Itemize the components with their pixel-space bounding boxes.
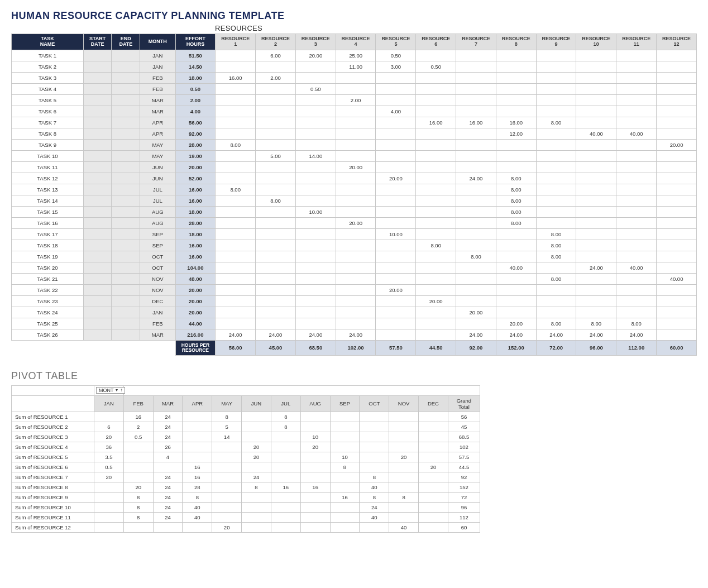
cell[interactable]: 0.50 (416, 61, 456, 72)
pivot-month-header[interactable]: AUG (300, 395, 330, 412)
cell[interactable] (496, 50, 536, 61)
cell[interactable] (456, 228, 496, 240)
cell[interactable] (576, 284, 616, 295)
pivot-cell[interactable]: 20 (94, 472, 123, 482)
pivot-cell[interactable] (94, 492, 123, 502)
cell[interactable] (336, 273, 376, 284)
cell[interactable]: TASK 25 (12, 318, 84, 329)
cell[interactable] (336, 206, 376, 217)
cell[interactable] (83, 318, 112, 329)
cell[interactable] (616, 273, 657, 284)
pivot-cell[interactable]: 24 (153, 492, 183, 502)
cell[interactable] (376, 83, 416, 94)
cell[interactable] (576, 117, 616, 128)
pivot-cell[interactable]: 40 (360, 512, 389, 522)
pivot-cell[interactable]: 8 (330, 462, 360, 472)
cell[interactable] (416, 184, 456, 195)
cell[interactable]: MAY (140, 150, 175, 161)
pivot-cell[interactable]: 40 (360, 482, 389, 492)
pivot-cell[interactable] (271, 502, 300, 512)
cell[interactable] (496, 284, 536, 295)
cell[interactable] (83, 161, 112, 173)
cell[interactable] (616, 217, 657, 228)
cell[interactable]: 8.00 (536, 251, 576, 262)
cell[interactable]: 24.00 (616, 329, 657, 340)
cell[interactable]: 3.00 (376, 61, 416, 72)
pivot-cell[interactable] (183, 422, 212, 432)
pivot-cell[interactable] (300, 452, 330, 462)
pivot-cell[interactable]: 0.5 (123, 432, 153, 442)
cell[interactable]: 0.50 (175, 83, 216, 94)
cell[interactable]: 8.00 (496, 217, 536, 228)
cell[interactable] (336, 106, 376, 117)
pivot-cell[interactable] (123, 522, 153, 532)
cell[interactable] (112, 307, 140, 318)
cell[interactable]: 6.00 (256, 50, 296, 61)
cell[interactable] (336, 228, 376, 240)
cell[interactable] (456, 284, 496, 295)
pivot-cell[interactable] (419, 482, 448, 492)
cell[interactable]: 20.00 (175, 307, 216, 318)
pivot-cell[interactable]: 8 (360, 472, 389, 482)
pivot-cell[interactable] (300, 412, 330, 422)
cell[interactable] (295, 106, 336, 117)
cell[interactable] (256, 161, 296, 173)
cell[interactable] (536, 83, 576, 94)
cell[interactable]: 16.00 (175, 195, 216, 206)
cell[interactable]: AUG (140, 206, 175, 217)
pivot-cell[interactable] (271, 432, 300, 442)
cell[interactable] (376, 94, 416, 106)
cell[interactable] (496, 295, 536, 307)
cell[interactable]: TASK 4 (12, 83, 84, 94)
cell[interactable]: TASK 12 (12, 173, 84, 184)
pivot-month-header[interactable]: FEB (123, 395, 153, 412)
cell[interactable] (576, 251, 616, 262)
cell[interactable] (112, 50, 140, 61)
cell[interactable]: NOV (140, 273, 175, 284)
cell[interactable]: 16.00 (175, 240, 216, 251)
cell[interactable] (295, 195, 336, 206)
cell[interactable] (83, 262, 112, 273)
cell[interactable]: 10.00 (376, 228, 416, 240)
pivot-cell[interactable] (389, 502, 419, 512)
pivot-cell[interactable] (94, 412, 123, 422)
cell[interactable] (256, 228, 296, 240)
pivot-month-header[interactable]: JUN (242, 395, 271, 412)
cell[interactable] (336, 72, 376, 83)
pivot-cell[interactable] (183, 442, 212, 452)
pivot-cell[interactable]: 24 (242, 472, 271, 482)
cell[interactable]: TASK 21 (12, 273, 84, 284)
cell[interactable] (576, 307, 616, 318)
cell[interactable] (295, 94, 336, 106)
cell[interactable]: TASK 22 (12, 284, 84, 295)
cell[interactable] (112, 262, 140, 273)
cell[interactable] (456, 206, 496, 217)
pivot-cell[interactable]: 8 (123, 512, 153, 522)
pivot-cell[interactable] (330, 442, 360, 452)
pivot-cell[interactable] (212, 512, 242, 522)
cell[interactable] (416, 50, 456, 61)
pivot-cell[interactable] (242, 502, 271, 512)
cell[interactable] (496, 307, 536, 318)
cell[interactable] (456, 139, 496, 150)
cell[interactable]: 52.00 (175, 173, 216, 184)
cell[interactable] (576, 195, 616, 206)
cell[interactable]: 51.50 (175, 50, 216, 61)
cell[interactable]: 8.00 (456, 251, 496, 262)
cell[interactable] (216, 262, 256, 273)
pivot-cell[interactable]: 20 (212, 522, 242, 532)
cell[interactable] (295, 240, 336, 251)
cell[interactable] (83, 329, 112, 340)
cell[interactable] (657, 295, 697, 307)
cell[interactable] (256, 94, 296, 106)
pivot-month-filter[interactable]: MONT ▾ ↑ (94, 385, 123, 395)
pivot-cell[interactable] (300, 522, 330, 532)
cell[interactable] (295, 295, 336, 307)
pivot-cell[interactable]: 24 (360, 502, 389, 512)
cell[interactable]: 20.00 (295, 50, 336, 61)
cell[interactable] (536, 94, 576, 106)
cell[interactable]: 24.00 (336, 329, 376, 340)
pivot-cell[interactable] (212, 492, 242, 502)
cell[interactable] (295, 173, 336, 184)
cell[interactable] (657, 117, 697, 128)
